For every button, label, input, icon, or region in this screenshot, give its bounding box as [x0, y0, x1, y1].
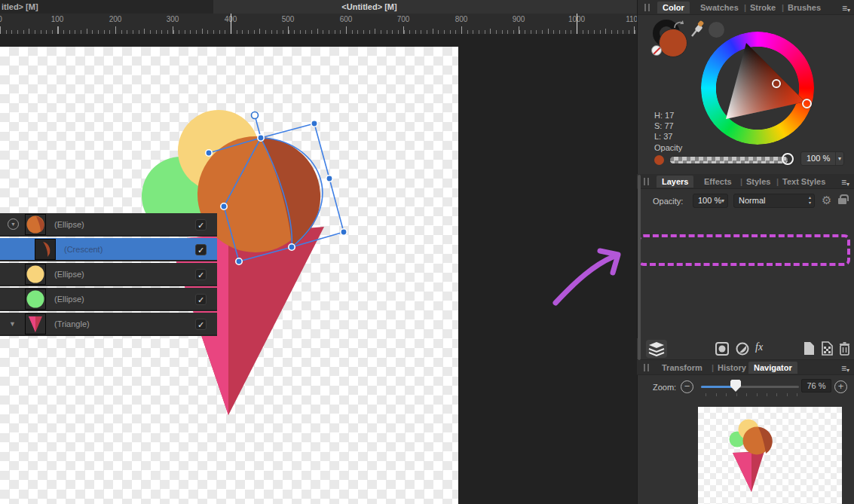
layer-thumbnail[interactable] — [35, 239, 56, 260]
expand-circle-icon[interactable]: ▼ — [8, 218, 19, 230]
adjustment-layer-icon[interactable] — [736, 342, 749, 356]
layers-opacity-value: 100 % — [698, 196, 721, 205]
ruler-position-indicator — [577, 14, 577, 34]
lock-icon[interactable] — [838, 198, 846, 204]
document-tab-active-label[interactable]: <Untitled> [M] — [341, 2, 396, 11]
layer-thumbnail[interactable] — [25, 214, 46, 235]
caret-down-icon: ▾ — [721, 194, 724, 207]
saturation-value: S: 77 — [654, 121, 674, 130]
layers-opacity-label: Opacity: — [653, 197, 683, 206]
selection-node[interactable] — [236, 258, 242, 264]
selection-node[interactable] — [326, 176, 332, 182]
zoom-out-button[interactable]: − — [681, 380, 693, 393]
selection-node[interactable] — [206, 150, 212, 156]
layer-visibility-checkbox[interactable]: ✓ — [195, 244, 207, 255]
navigator-preview[interactable] — [698, 407, 842, 504]
layer-name: (Ellipse) — [54, 270, 84, 279]
ruler-label: 900 — [513, 15, 525, 23]
rotation-handle[interactable] — [252, 112, 259, 119]
spinner-arrows-icon: ▴▾ — [809, 195, 811, 206]
layers-stack-button[interactable] — [646, 340, 667, 358]
opacity-label: Opacity — [654, 143, 682, 152]
ruler-ticks-major — [0, 26, 637, 34]
ruler-label: 100 — [51, 15, 64, 23]
zoom-slider-ticks — [706, 393, 797, 396]
fill-color-well[interactable] — [659, 29, 687, 57]
layers-opacity-dropdown[interactable]: 100 % ▾ — [693, 194, 728, 208]
selection-node[interactable] — [289, 244, 295, 250]
fx-icon[interactable]: fx — [755, 341, 763, 353]
gear-icon[interactable]: ⚙ — [822, 194, 831, 207]
panel-menu-icon[interactable]: ≡▾ — [842, 3, 850, 14]
hsl-triangle[interactable] — [701, 32, 814, 145]
layer-thumbnail[interactable] — [25, 289, 46, 310]
annotation-arrow — [556, 251, 618, 303]
opacity-value-dropdown[interactable]: 100 % ▾ — [800, 151, 844, 166]
layer-row-ellipse-yellow[interactable]: (Ellipse) ✓ — [0, 263, 217, 286]
zoom-value-box[interactable]: 76 % — [801, 379, 831, 393]
layer-name: (Ellipse) — [54, 220, 84, 229]
panel-menu-icon[interactable]: ≡▾ — [841, 363, 849, 374]
new-layer-icon[interactable] — [803, 341, 815, 356]
layer-row-crescent-selected[interactable]: (Crescent) ✓ — [0, 238, 217, 261]
zoom-in-button[interactable]: + — [834, 380, 847, 393]
opacity-slider-handle[interactable] — [782, 153, 794, 165]
document-tab-inactive[interactable]: itled> [M] — [0, 0, 213, 14]
panel-grip-icon[interactable] — [644, 364, 649, 371]
tab-history[interactable]: History — [712, 362, 751, 374]
layer-name: (Ellipse) — [54, 295, 84, 304]
blend-mode-value: Normal — [739, 196, 765, 205]
navigator-preview-artwork — [698, 407, 842, 504]
zoom-label: Zoom: — [653, 383, 676, 392]
layer-thumbnail[interactable] — [25, 313, 46, 334]
navigator-panel-header: Transform | History Navigator ≡▾ — [637, 360, 854, 375]
tab-transform[interactable]: Transform — [657, 362, 708, 374]
hue-ring-selector[interactable] — [802, 99, 812, 108]
delete-layer-trash-icon[interactable] — [839, 341, 850, 356]
layer-name: (Crescent) — [64, 245, 103, 254]
ruler-label: 500 — [282, 15, 295, 23]
expand-triangle-icon[interactable]: ▼ — [9, 320, 16, 328]
layer-visibility-checkbox[interactable]: ✓ — [195, 294, 207, 305]
tab-text-styles[interactable]: Text Styles — [777, 176, 831, 188]
opacity-value-text: 100 % — [807, 154, 830, 163]
hue-value: H: 17 — [654, 111, 674, 120]
tab-brushes[interactable]: Brushes — [782, 2, 826, 14]
panel-scrollbar[interactable] — [638, 175, 641, 360]
tab-navigator[interactable]: Navigator — [748, 362, 797, 374]
app-window: itled> [M] <Untitled> [M] 0 100 200 300 … — [0, 0, 854, 504]
caret-down-icon: ▾ — [835, 152, 841, 165]
selection-node[interactable] — [341, 229, 347, 235]
layer-row-ellipse-orange[interactable]: ▼ (Ellipse) ✓ — [0, 213, 217, 237]
lightness-value: L: 37 — [654, 132, 672, 141]
blend-mode-dropdown[interactable]: Normal ▴▾ — [733, 194, 815, 208]
no-fill-icon[interactable] — [651, 45, 662, 56]
tab-layers[interactable]: Layers — [657, 176, 693, 188]
tab-swatches[interactable]: Swatches — [695, 2, 744, 14]
tab-stroke[interactable]: Stroke — [745, 2, 781, 14]
triangle-selector[interactable] — [772, 79, 781, 88]
document-tabbar: itled> [M] <Untitled> [M] — [0, 0, 637, 14]
horizontal-ruler[interactable]: 0 100 200 300 400 500 600 700 800 900 10… — [0, 14, 637, 34]
layer-row-ellipse-green[interactable]: (Ellipse) ✓ — [0, 288, 217, 311]
layer-visibility-checkbox[interactable]: ✓ — [195, 219, 207, 231]
opacity-slider[interactable] — [669, 156, 788, 164]
layer-row-triangle[interactable]: ▼ (Triangle) ✓ — [0, 313, 217, 336]
new-pixel-layer-icon[interactable] — [822, 341, 833, 356]
panel-grip-icon[interactable] — [644, 178, 649, 185]
tab-color[interactable]: Color — [657, 2, 690, 14]
panel-grip-icon[interactable] — [644, 4, 650, 11]
selection-node[interactable] — [311, 121, 317, 127]
layer-visibility-checkbox[interactable]: ✓ — [195, 319, 207, 330]
layer-visibility-checkbox[interactable]: ✓ — [195, 269, 207, 280]
document-tab-inactive-label: itled> [M] — [2, 2, 38, 11]
panel-menu-icon[interactable]: ≡▾ — [841, 177, 849, 188]
layer-thumbnail[interactable] — [25, 264, 46, 285]
ruler-label: 600 — [340, 15, 353, 23]
ruler-label: 700 — [397, 15, 410, 23]
selection-node[interactable] — [221, 203, 227, 209]
ruler-label: 300 — [167, 15, 179, 23]
mask-layer-icon[interactable] — [715, 342, 729, 356]
selection-node[interactable] — [258, 135, 264, 141]
tab-effects[interactable]: Effects — [699, 176, 737, 188]
